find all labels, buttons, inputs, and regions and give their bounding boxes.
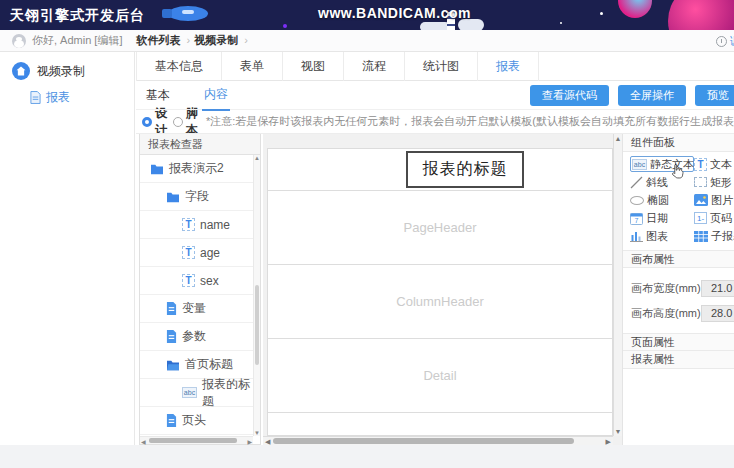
scroll-left-icon[interactable]: ◀ xyxy=(265,438,270,445)
component-rectangle[interactable]: 矩形 xyxy=(694,174,734,190)
breadcrumb-software-list[interactable]: 软件列表 xyxy=(136,33,190,48)
toolbar: 查看源代码 全屏操作 预览 保存 xyxy=(530,85,734,106)
sidebar: 视频录制 报表 xyxy=(0,52,135,445)
tab-form[interactable]: 表单 xyxy=(222,52,283,81)
planet-icon xyxy=(618,0,652,18)
text-field-icon: T xyxy=(182,218,195,231)
component-page-number[interactable]: 1- 页码 xyxy=(694,210,734,226)
save-note-text: *注意:若是保存时该报表内无任何元素时，报表会自动开启默认模板(默认模板会自动填… xyxy=(206,114,734,129)
component-panel: 组件面板 abc 静态文本 T 文本 斜线 xyxy=(622,134,734,445)
star-icon xyxy=(600,12,603,15)
tree-vertical-scrollbar[interactable]: ▲ ▼ xyxy=(253,155,260,436)
scrollbar-thumb[interactable] xyxy=(273,438,574,444)
avatar[interactable] xyxy=(12,34,26,48)
tree-item-name[interactable]: T name xyxy=(140,211,253,239)
component-label: 图表 xyxy=(646,229,668,244)
page-props-header[interactable]: 页面属性 xyxy=(623,333,734,351)
design-radio[interactable] xyxy=(142,117,152,127)
component-label: 页码 xyxy=(710,211,732,226)
report-inspector-panel: 报表检查器 报表演示2 字段 T name T xyxy=(139,134,261,445)
tree-item-report-title[interactable]: abc 报表的标题 xyxy=(140,379,253,407)
tree-item-label: 首页标题 xyxy=(185,356,233,373)
component-chart[interactable]: 图表 xyxy=(630,228,694,244)
component-text[interactable]: T 文本 xyxy=(694,156,734,172)
tree-item-sex[interactable]: T sex xyxy=(140,267,253,295)
tab-chart[interactable]: 统计图 xyxy=(405,52,478,81)
canvas-width-row: 画布宽度(mm) xyxy=(623,277,734,299)
scroll-up-icon[interactable]: ▲ xyxy=(254,155,260,161)
scroll-down-icon[interactable]: ▼ xyxy=(254,430,260,436)
preview-button[interactable]: 预览 xyxy=(695,85,734,106)
canvas-width-input[interactable] xyxy=(701,280,734,297)
tab-report[interactable]: 报表 xyxy=(478,52,539,81)
view-source-button[interactable]: 查看源代码 xyxy=(530,85,609,106)
tree-item-label: 页头 xyxy=(182,412,206,429)
canvas-height-input[interactable] xyxy=(701,305,734,322)
report-band-columnheader[interactable]: ColumnHeader xyxy=(268,265,612,339)
report-band-pageheader[interactable]: PageHeader xyxy=(268,191,612,265)
tab-basic-info[interactable]: 基本信息 xyxy=(136,52,222,81)
home-icon xyxy=(12,62,30,80)
scroll-down-icon[interactable]: ▼ xyxy=(614,428,622,435)
tree-item-page-header[interactable]: 页头 xyxy=(140,407,253,435)
subreport-icon xyxy=(694,231,708,242)
component-diagonal-line[interactable]: 斜线 xyxy=(630,174,694,190)
text-field-icon: T xyxy=(182,274,195,287)
component-label: 日期 xyxy=(646,211,668,226)
svg-text:7: 7 xyxy=(635,217,639,224)
report-band-title[interactable]: 报表的标题 xyxy=(268,149,612,191)
text-field-icon: T xyxy=(182,246,195,259)
tree-item-variables[interactable]: 变量 xyxy=(140,295,253,323)
component-subreport[interactable]: 子报表 xyxy=(694,228,734,244)
report-page[interactable]: 报表的标题 PageHeader ColumnHeader Detail xyxy=(267,148,613,436)
debug-label: 调 xyxy=(730,34,734,49)
component-date[interactable]: 7 日期 xyxy=(630,210,694,226)
tree-item-age[interactable]: T age xyxy=(140,239,253,267)
canvas-props-header[interactable]: 画布属性 xyxy=(623,250,734,268)
module-tabs: 基本信息 表单 视图 流程 统计图 报表 xyxy=(136,52,734,81)
bandicam-watermark: www.BANDICAM.com xyxy=(318,5,471,21)
report-props-header[interactable]: 报表属性 xyxy=(623,351,734,369)
sidebar-item-video-record[interactable]: 视频录制 xyxy=(0,52,134,80)
tab-process[interactable]: 流程 xyxy=(344,52,405,81)
scrollbar-thumb[interactable] xyxy=(149,438,237,443)
planet-icon xyxy=(668,0,734,30)
script-radio[interactable] xyxy=(173,117,183,127)
date-icon: 7 xyxy=(630,212,643,225)
inspector-title: 报表检查器 xyxy=(140,134,260,155)
component-grid: abc 静态文本 T 文本 斜线 xyxy=(623,152,734,250)
tree-item-report-demo2[interactable]: 报表演示2 xyxy=(140,155,253,183)
tree-item-parameters[interactable]: 参数 xyxy=(140,323,253,351)
fullscreen-button[interactable]: 全屏操作 xyxy=(618,85,686,106)
report-band-detail[interactable]: Detail xyxy=(268,339,612,413)
scrollbar-thumb[interactable] xyxy=(255,285,259,365)
canvas-height-label: 画布高度(mm) xyxy=(631,306,701,321)
scroll-up-icon[interactable]: ▲ xyxy=(614,135,622,142)
report-title-element[interactable]: 报表的标题 xyxy=(406,151,524,188)
component-static-text[interactable]: abc 静态文本 xyxy=(630,156,694,172)
report-band-footer[interactable] xyxy=(268,413,612,433)
component-image[interactable]: 图片 xyxy=(694,192,734,208)
breadcrumb: 你好, Admin [编辑] 软件列表 视频录制 调 xyxy=(0,30,734,52)
scroll-right-icon[interactable]: ▶ xyxy=(606,438,611,445)
scroll-left-icon[interactable]: ◀ xyxy=(141,438,146,445)
mode-row: 设计 脚本 *注意:若是保存时该报表内无任何元素时，报表会自动开启默认模板(默认… xyxy=(136,110,734,133)
tab-view[interactable]: 视图 xyxy=(283,52,344,81)
tree-horizontal-scrollbar[interactable]: ◀ ▶ xyxy=(140,436,253,444)
canvas-vertical-scrollbar[interactable]: ▲ ▼ xyxy=(613,134,622,436)
scroll-right-icon[interactable]: ▶ xyxy=(247,438,252,445)
component-ellipse[interactable]: 椭圆 xyxy=(630,192,694,208)
component-label: 子报表 xyxy=(711,229,734,244)
tree-item-fields[interactable]: 字段 xyxy=(140,183,253,211)
debug-link[interactable]: 调 xyxy=(716,34,734,49)
canvas-horizontal-scrollbar[interactable]: ◀ ▶ xyxy=(263,436,613,445)
band-label: Detail xyxy=(423,368,456,383)
sidebar-item-report[interactable]: 报表 xyxy=(0,80,134,106)
subtab-content[interactable]: 内容 xyxy=(202,80,230,111)
breadcrumb-video-record[interactable]: 视频录制 xyxy=(194,33,248,48)
folder-icon xyxy=(150,163,164,175)
subtab-basic[interactable]: 基本 xyxy=(144,81,172,110)
user-greeting: 你好, Admin [编辑] xyxy=(32,33,122,48)
tree-item-label: 参数 xyxy=(182,328,206,345)
blimp-illustration-icon xyxy=(168,6,208,21)
